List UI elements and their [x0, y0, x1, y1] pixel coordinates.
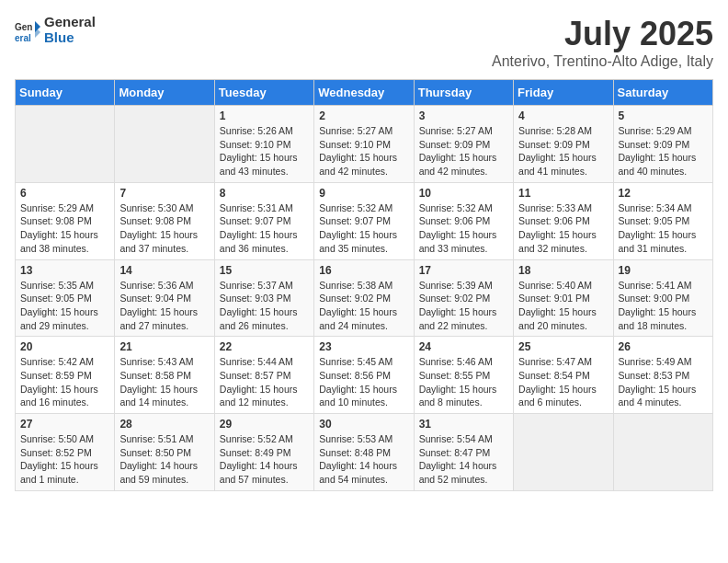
- daylight-text: Daylight: 15 hours and 18 minutes.: [619, 305, 708, 332]
- sunrise-text: Sunrise: 5:40 AM: [518, 279, 608, 293]
- sunset-text: Sunset: 9:09 PM: [518, 138, 608, 152]
- weekday-header: Thursday: [414, 80, 513, 106]
- calendar-cell: [16, 106, 115, 183]
- sunrise-text: Sunrise: 5:51 AM: [119, 432, 209, 446]
- calendar-cell: 7 Sunrise: 5:30 AM Sunset: 9:08 PM Dayli…: [115, 182, 214, 259]
- daylight-text: Daylight: 15 hours and 42 minutes.: [419, 151, 508, 178]
- sunrise-text: Sunrise: 5:43 AM: [119, 355, 209, 369]
- calendar-week-row: 13 Sunrise: 5:35 AM Sunset: 9:05 PM Dayl…: [16, 259, 713, 337]
- day-number: 11: [518, 187, 608, 200]
- day-info: Sunrise: 5:29 AM Sunset: 9:08 PM Dayligh…: [20, 201, 109, 256]
- sunset-text: Sunset: 9:07 PM: [220, 214, 309, 228]
- calendar-cell: 9 Sunrise: 5:32 AM Sunset: 9:07 PM Dayli…: [314, 182, 414, 259]
- day-number: 24: [419, 340, 508, 353]
- sunset-text: Sunset: 9:03 PM: [220, 292, 309, 305]
- day-number: 22: [220, 340, 309, 353]
- daylight-text: Daylight: 15 hours and 38 minutes.: [20, 228, 109, 255]
- calendar-cell: 1 Sunrise: 5:26 AM Sunset: 9:10 PM Dayli…: [214, 106, 313, 183]
- calendar-cell: 14 Sunrise: 5:36 AM Sunset: 9:04 PM Dayl…: [115, 259, 214, 337]
- sunrise-text: Sunrise: 5:32 AM: [419, 201, 508, 215]
- calendar-cell: [613, 414, 712, 491]
- day-info: Sunrise: 5:38 AM Sunset: 9:02 PM Dayligh…: [319, 279, 408, 333]
- day-info: Sunrise: 5:40 AM Sunset: 9:01 PM Dayligh…: [518, 279, 608, 333]
- calendar-cell: 4 Sunrise: 5:28 AM Sunset: 9:09 PM Dayli…: [514, 106, 613, 183]
- sunset-text: Sunset: 9:08 PM: [20, 214, 109, 228]
- calendar-cell: 2 Sunrise: 5:27 AM Sunset: 9:10 PM Dayli…: [314, 106, 414, 183]
- calendar-cell: 12 Sunrise: 5:34 AM Sunset: 9:05 PM Dayl…: [613, 182, 712, 259]
- daylight-text: Daylight: 15 hours and 27 minutes.: [119, 305, 209, 332]
- day-info: Sunrise: 5:45 AM Sunset: 8:56 PM Dayligh…: [319, 355, 408, 409]
- daylight-text: Daylight: 15 hours and 29 minutes.: [20, 305, 109, 332]
- daylight-text: Daylight: 15 hours and 33 minutes.: [419, 228, 508, 255]
- sunset-text: Sunset: 9:10 PM: [220, 138, 309, 152]
- sunset-text: Sunset: 9:08 PM: [119, 214, 209, 228]
- daylight-text: Daylight: 15 hours and 6 minutes.: [518, 383, 608, 409]
- day-info: Sunrise: 5:51 AM Sunset: 8:50 PM Dayligh…: [119, 432, 209, 487]
- sunrise-text: Sunrise: 5:27 AM: [419, 124, 508, 138]
- day-number: 5: [619, 109, 708, 122]
- day-number: 1: [220, 109, 309, 122]
- sunset-text: Sunset: 9:05 PM: [619, 214, 708, 228]
- daylight-text: Daylight: 15 hours and 40 minutes.: [619, 151, 708, 178]
- calendar-cell: 29 Sunrise: 5:52 AM Sunset: 8:49 PM Dayl…: [214, 414, 313, 491]
- sunrise-text: Sunrise: 5:38 AM: [319, 279, 408, 293]
- day-info: Sunrise: 5:33 AM Sunset: 9:06 PM Dayligh…: [518, 201, 608, 256]
- sunset-text: Sunset: 9:10 PM: [319, 138, 408, 152]
- day-number: 15: [220, 264, 309, 277]
- daylight-text: Daylight: 15 hours and 32 minutes.: [518, 228, 608, 255]
- day-info: Sunrise: 5:52 AM Sunset: 8:49 PM Dayligh…: [220, 432, 309, 487]
- day-info: Sunrise: 5:37 AM Sunset: 9:03 PM Dayligh…: [220, 279, 309, 333]
- day-info: Sunrise: 5:53 AM Sunset: 8:48 PM Dayligh…: [319, 432, 408, 487]
- day-number: 3: [419, 109, 508, 122]
- daylight-text: Daylight: 15 hours and 37 minutes.: [119, 228, 209, 255]
- day-number: 2: [319, 109, 408, 122]
- sunset-text: Sunset: 8:56 PM: [319, 369, 408, 383]
- day-info: Sunrise: 5:29 AM Sunset: 9:09 PM Dayligh…: [619, 124, 708, 178]
- calendar-cell: 15 Sunrise: 5:37 AM Sunset: 9:03 PM Dayl…: [214, 259, 313, 337]
- daylight-text: Daylight: 15 hours and 24 minutes.: [319, 305, 408, 332]
- day-info: Sunrise: 5:34 AM Sunset: 9:05 PM Dayligh…: [619, 201, 708, 256]
- sunset-text: Sunset: 8:52 PM: [20, 446, 109, 460]
- daylight-text: Daylight: 14 hours and 54 minutes.: [319, 459, 408, 486]
- day-info: Sunrise: 5:39 AM Sunset: 9:02 PM Dayligh…: [419, 279, 508, 333]
- day-info: Sunrise: 5:47 AM Sunset: 8:54 PM Dayligh…: [518, 355, 608, 409]
- day-info: Sunrise: 5:43 AM Sunset: 8:58 PM Dayligh…: [119, 355, 209, 409]
- day-number: 26: [619, 340, 708, 353]
- weekday-header: Wednesday: [314, 80, 414, 106]
- day-info: Sunrise: 5:50 AM Sunset: 8:52 PM Dayligh…: [20, 432, 109, 487]
- daylight-text: Daylight: 15 hours and 43 minutes.: [220, 151, 309, 178]
- logo-icon: Gen eral: [15, 17, 40, 43]
- sunset-text: Sunset: 8:55 PM: [419, 369, 508, 383]
- calendar-cell: 24 Sunrise: 5:46 AM Sunset: 8:55 PM Dayl…: [414, 337, 513, 414]
- daylight-text: Daylight: 15 hours and 14 minutes.: [119, 383, 209, 409]
- title-area: July 2025 Anterivo, Trentino-Alto Adige,…: [492, 15, 713, 70]
- sunset-text: Sunset: 9:07 PM: [319, 214, 408, 228]
- subtitle: Anterivo, Trentino-Alto Adige, Italy: [492, 53, 713, 70]
- sunrise-text: Sunrise: 5:30 AM: [119, 201, 209, 215]
- day-info: Sunrise: 5:28 AM Sunset: 9:09 PM Dayligh…: [518, 124, 608, 178]
- sunset-text: Sunset: 9:09 PM: [419, 138, 508, 152]
- day-info: Sunrise: 5:35 AM Sunset: 9:05 PM Dayligh…: [20, 279, 109, 333]
- sunset-text: Sunset: 8:54 PM: [518, 369, 608, 383]
- daylight-text: Daylight: 15 hours and 1 minute.: [20, 459, 109, 486]
- logo-blue: Blue: [44, 29, 74, 45]
- day-info: Sunrise: 5:27 AM Sunset: 9:10 PM Dayligh…: [319, 124, 408, 178]
- daylight-text: Daylight: 15 hours and 42 minutes.: [319, 151, 408, 178]
- logo: Gen eral General Blue: [15, 15, 96, 45]
- header: Gen eral General Blue July 2025 Anterivo…: [15, 15, 713, 70]
- calendar-cell: 10 Sunrise: 5:32 AM Sunset: 9:06 PM Dayl…: [414, 182, 513, 259]
- day-number: 16: [319, 264, 408, 277]
- weekday-header: Saturday: [613, 80, 712, 106]
- calendar-table: SundayMondayTuesdayWednesdayThursdayFrid…: [15, 79, 713, 491]
- sunset-text: Sunset: 9:02 PM: [419, 292, 508, 305]
- day-info: Sunrise: 5:26 AM Sunset: 9:10 PM Dayligh…: [220, 124, 309, 178]
- day-number: 4: [518, 109, 608, 122]
- calendar-cell: 13 Sunrise: 5:35 AM Sunset: 9:05 PM Dayl…: [16, 259, 115, 337]
- daylight-text: Daylight: 15 hours and 36 minutes.: [220, 228, 309, 255]
- day-info: Sunrise: 5:31 AM Sunset: 9:07 PM Dayligh…: [220, 201, 309, 256]
- day-number: 23: [319, 340, 408, 353]
- sunrise-text: Sunrise: 5:36 AM: [119, 279, 209, 293]
- day-number: 27: [20, 418, 109, 431]
- calendar-cell: 27 Sunrise: 5:50 AM Sunset: 8:52 PM Dayl…: [16, 414, 115, 491]
- calendar-cell: 5 Sunrise: 5:29 AM Sunset: 9:09 PM Dayli…: [613, 106, 712, 183]
